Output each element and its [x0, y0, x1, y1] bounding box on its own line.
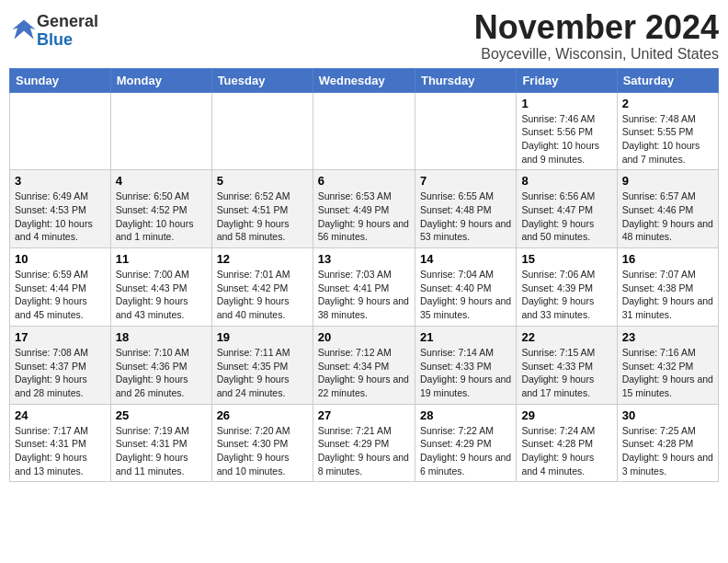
- table-row: 29Sunrise: 7:24 AMSunset: 4:28 PMDayligh…: [517, 404, 617, 482]
- day-number: 2: [622, 97, 713, 110]
- table-row: 17Sunrise: 7:08 AMSunset: 4:37 PMDayligh…: [10, 326, 111, 404]
- table-row: 11Sunrise: 7:00 AMSunset: 4:43 PMDayligh…: [110, 248, 211, 327]
- svg-marker-0: [12, 19, 35, 39]
- title-block: November 2024 Boyceville, Wisconsin, Uni…: [474, 9, 719, 63]
- day-info: Sunrise: 7:16 AMSunset: 4:32 PMDaylight:…: [622, 346, 713, 400]
- table-row: 12Sunrise: 7:01 AMSunset: 4:42 PMDayligh…: [211, 248, 313, 327]
- table-row: 27Sunrise: 7:21 AMSunset: 4:29 PMDayligh…: [313, 404, 415, 482]
- table-row: 30Sunrise: 7:25 AMSunset: 4:28 PMDayligh…: [617, 404, 718, 482]
- table-row: 21Sunrise: 7:14 AMSunset: 4:33 PMDayligh…: [415, 326, 516, 404]
- table-row: [313, 92, 415, 170]
- calendar-header-row: Sunday Monday Tuesday Wednesday Thursday…: [10, 68, 719, 92]
- day-info: Sunrise: 6:57 AMSunset: 4:46 PMDaylight:…: [622, 190, 713, 244]
- logo: General Blue: [9, 13, 98, 50]
- day-number: 10: [15, 252, 106, 266]
- day-info: Sunrise: 7:10 AMSunset: 4:36 PMDaylight:…: [116, 346, 207, 400]
- day-number: 25: [116, 408, 207, 422]
- day-number: 19: [217, 330, 308, 344]
- day-info: Sunrise: 7:46 AMSunset: 5:56 PMDaylight:…: [521, 112, 611, 167]
- day-number: 21: [420, 330, 511, 344]
- table-row: 18Sunrise: 7:10 AMSunset: 4:36 PMDayligh…: [110, 326, 211, 404]
- day-info: Sunrise: 6:53 AMSunset: 4:49 PMDaylight:…: [318, 190, 410, 244]
- table-row: 15Sunrise: 7:06 AMSunset: 4:39 PMDayligh…: [517, 248, 617, 327]
- day-number: 1: [521, 97, 611, 110]
- day-number: 11: [116, 252, 207, 266]
- col-wednesday: Wednesday: [313, 68, 415, 92]
- logo-blue-text: Blue: [37, 30, 73, 49]
- table-row: 5Sunrise: 6:52 AMSunset: 4:51 PMDaylight…: [211, 170, 313, 248]
- day-number: 9: [622, 174, 713, 188]
- table-row: 2Sunrise: 7:48 AMSunset: 5:55 PMDaylight…: [617, 92, 718, 170]
- day-number: 4: [116, 174, 207, 188]
- day-number: 24: [15, 408, 106, 422]
- day-number: 7: [420, 174, 511, 188]
- table-row: 22Sunrise: 7:15 AMSunset: 4:33 PMDayligh…: [517, 326, 617, 404]
- location-title: Boyceville, Wisconsin, United States: [474, 46, 719, 63]
- table-row: 19Sunrise: 7:11 AMSunset: 4:35 PMDayligh…: [211, 326, 313, 404]
- day-info: Sunrise: 7:12 AMSunset: 4:34 PMDaylight:…: [318, 346, 410, 400]
- day-info: Sunrise: 7:03 AMSunset: 4:41 PMDaylight:…: [318, 268, 410, 322]
- day-info: Sunrise: 7:11 AMSunset: 4:35 PMDaylight:…: [217, 346, 308, 400]
- day-info: Sunrise: 7:14 AMSunset: 4:33 PMDaylight:…: [420, 346, 511, 400]
- day-info: Sunrise: 7:48 AMSunset: 5:55 PMDaylight:…: [622, 112, 713, 167]
- day-info: Sunrise: 7:08 AMSunset: 4:37 PMDaylight:…: [15, 346, 106, 400]
- table-row: [211, 92, 313, 170]
- col-friday: Friday: [517, 68, 617, 92]
- day-info: Sunrise: 6:52 AMSunset: 4:51 PMDaylight:…: [217, 190, 308, 244]
- day-number: 28: [420, 408, 511, 422]
- day-number: 12: [217, 252, 308, 266]
- day-info: Sunrise: 7:06 AMSunset: 4:39 PMDaylight:…: [521, 268, 611, 322]
- col-thursday: Thursday: [415, 68, 516, 92]
- table-row: 1Sunrise: 7:46 AMSunset: 5:56 PMDaylight…: [517, 92, 617, 170]
- table-row: [10, 92, 111, 170]
- day-info: Sunrise: 6:49 AMSunset: 4:53 PMDaylight:…: [15, 190, 106, 244]
- day-number: 26: [217, 408, 308, 422]
- table-row: 10Sunrise: 6:59 AMSunset: 4:44 PMDayligh…: [10, 248, 111, 327]
- header: General Blue November 2024 Boyceville, W…: [9, 9, 719, 63]
- day-info: Sunrise: 7:07 AMSunset: 4:38 PMDaylight:…: [622, 268, 713, 322]
- day-number: 13: [318, 252, 410, 266]
- day-info: Sunrise: 7:20 AMSunset: 4:30 PMDaylight:…: [217, 424, 308, 478]
- table-row: 6Sunrise: 6:53 AMSunset: 4:49 PMDaylight…: [313, 170, 415, 248]
- day-info: Sunrise: 6:59 AMSunset: 4:44 PMDaylight:…: [15, 268, 106, 322]
- table-row: 3Sunrise: 6:49 AMSunset: 4:53 PMDaylight…: [10, 170, 111, 248]
- day-info: Sunrise: 7:25 AMSunset: 4:28 PMDaylight:…: [622, 424, 713, 478]
- day-number: 6: [318, 174, 410, 188]
- day-number: 29: [521, 408, 611, 422]
- day-number: 17: [15, 330, 106, 344]
- table-row: 23Sunrise: 7:16 AMSunset: 4:32 PMDayligh…: [617, 326, 718, 404]
- day-info: Sunrise: 7:24 AMSunset: 4:28 PMDaylight:…: [521, 424, 611, 478]
- table-row: 13Sunrise: 7:03 AMSunset: 4:41 PMDayligh…: [313, 248, 415, 327]
- col-sunday: Sunday: [10, 68, 111, 92]
- day-number: 3: [15, 174, 106, 188]
- day-number: 5: [217, 174, 308, 188]
- table-row: 16Sunrise: 7:07 AMSunset: 4:38 PMDayligh…: [617, 248, 718, 327]
- table-row: [415, 92, 516, 170]
- day-number: 23: [622, 330, 713, 344]
- day-number: 20: [318, 330, 410, 344]
- table-row: 8Sunrise: 6:56 AMSunset: 4:47 PMDaylight…: [517, 170, 617, 248]
- day-info: Sunrise: 6:56 AMSunset: 4:47 PMDaylight:…: [521, 190, 611, 244]
- day-info: Sunrise: 7:22 AMSunset: 4:29 PMDaylight:…: [420, 424, 511, 478]
- table-row: 7Sunrise: 6:55 AMSunset: 4:48 PMDaylight…: [415, 170, 516, 248]
- col-monday: Monday: [110, 68, 211, 92]
- table-row: 9Sunrise: 6:57 AMSunset: 4:46 PMDaylight…: [617, 170, 718, 248]
- day-info: Sunrise: 7:19 AMSunset: 4:31 PMDaylight:…: [116, 424, 207, 478]
- day-info: Sunrise: 6:55 AMSunset: 4:48 PMDaylight:…: [420, 190, 511, 244]
- day-number: 18: [116, 330, 207, 344]
- table-row: 20Sunrise: 7:12 AMSunset: 4:34 PMDayligh…: [313, 326, 415, 404]
- day-info: Sunrise: 7:00 AMSunset: 4:43 PMDaylight:…: [116, 268, 207, 322]
- day-info: Sunrise: 7:04 AMSunset: 4:40 PMDaylight:…: [420, 268, 511, 322]
- day-number: 14: [420, 252, 511, 266]
- table-row: 26Sunrise: 7:20 AMSunset: 4:30 PMDayligh…: [211, 404, 313, 482]
- day-number: 15: [521, 252, 611, 266]
- logo-general-text: General: [37, 12, 98, 30]
- col-tuesday: Tuesday: [211, 68, 313, 92]
- day-number: 27: [318, 408, 410, 422]
- day-info: Sunrise: 7:15 AMSunset: 4:33 PMDaylight:…: [521, 346, 611, 400]
- table-row: 24Sunrise: 7:17 AMSunset: 4:31 PMDayligh…: [10, 404, 111, 482]
- table-row: 14Sunrise: 7:04 AMSunset: 4:40 PMDayligh…: [415, 248, 516, 327]
- day-number: 22: [521, 330, 611, 344]
- day-number: 16: [622, 252, 713, 266]
- table-row: [110, 92, 211, 170]
